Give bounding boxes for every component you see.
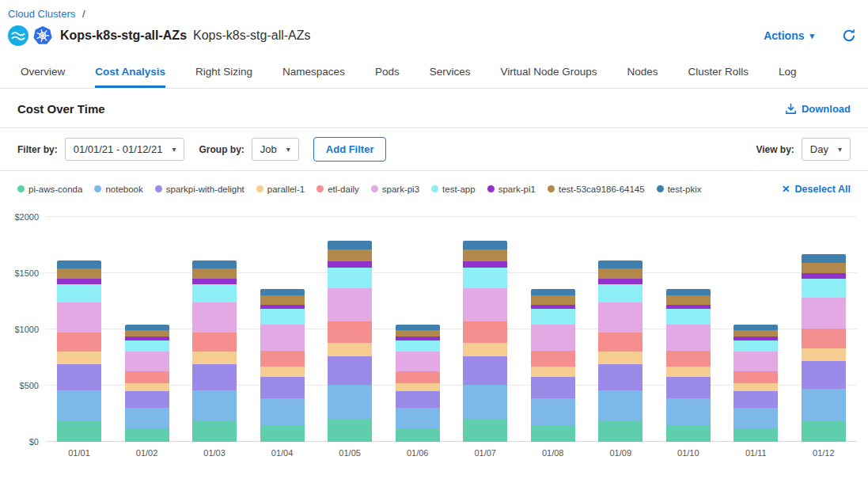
- bar-01-06[interactable]: [396, 217, 440, 442]
- bar-segment-pi-aws-conda[interactable]: [733, 428, 778, 442]
- bar-segment-pi-aws-conda[interactable]: [396, 428, 440, 442]
- bar-segment-etl-daily[interactable]: [733, 371, 778, 384]
- legend-item-spark-pi1[interactable]: spark-pi1: [487, 184, 536, 194]
- bar-segment-notebook[interactable]: [57, 390, 101, 422]
- tab-services[interactable]: Services: [430, 56, 471, 88]
- bar-segment-sparkpi-with-delight[interactable]: [463, 356, 507, 385]
- tab-log[interactable]: Log: [779, 56, 797, 88]
- legend-item-parallel-1[interactable]: parallel-1: [256, 184, 305, 194]
- refresh-icon[interactable]: [841, 28, 857, 44]
- bar-segment-test-app[interactable]: [598, 284, 642, 302]
- view-by-select[interactable]: Day ▾: [802, 138, 851, 161]
- add-filter-button[interactable]: Add Filter: [313, 137, 387, 162]
- bar-segment-spark-pi1[interactable]: [328, 261, 372, 268]
- bar-segment-test-app[interactable]: [125, 340, 169, 352]
- bar-segment-test-53ca9186-64145[interactable]: [125, 330, 169, 337]
- bar-segment-test-pkix[interactable]: [531, 289, 575, 296]
- bar-segment-spark-pi3[interactable]: [666, 325, 711, 351]
- bar-segment-test-53ca9186-64145[interactable]: [396, 330, 440, 337]
- group-by-select[interactable]: Job ▾: [252, 138, 299, 161]
- bar-01-04[interactable]: [260, 217, 305, 442]
- bar-segment-notebook[interactable]: [598, 390, 642, 422]
- bar-segment-etl-daily[interactable]: [531, 351, 575, 367]
- bar-segment-pi-aws-conda[interactable]: [802, 421, 846, 442]
- bar-segment-sparkpi-with-delight[interactable]: [396, 391, 440, 408]
- bar-segment-etl-daily[interactable]: [192, 333, 237, 352]
- bar-segment-spark-pi3[interactable]: [57, 302, 101, 333]
- bar-segment-test-53ca9186-64145[interactable]: [328, 249, 372, 261]
- bar-segment-notebook[interactable]: [125, 408, 169, 428]
- legend-item-pi-aws-conda[interactable]: pi-aws-conda: [17, 184, 82, 194]
- bar-segment-notebook[interactable]: [328, 385, 372, 420]
- bar-segment-spark-pi1[interactable]: [802, 273, 846, 279]
- bar-segment-parallel-1[interactable]: [328, 343, 372, 356]
- bar-segment-etl-daily[interactable]: [463, 321, 507, 343]
- bar-segment-test-app[interactable]: [666, 309, 711, 325]
- bar-segment-spark-pi1[interactable]: [192, 279, 237, 284]
- bar-segment-sparkpi-with-delight[interactable]: [733, 391, 778, 408]
- legend-item-test-app[interactable]: test-app: [431, 184, 476, 194]
- bar-segment-etl-daily[interactable]: [57, 333, 101, 352]
- bar-segment-test-53ca9186-64145[interactable]: [57, 268, 101, 279]
- bar-segment-spark-pi3[interactable]: [531, 325, 575, 351]
- bar-segment-notebook[interactable]: [531, 398, 575, 425]
- bar-01-03[interactable]: [192, 217, 237, 442]
- tab-namespaces[interactable]: Namespaces: [282, 56, 345, 88]
- download-button[interactable]: Download: [785, 103, 851, 115]
- tab-virtual-node-groups[interactable]: Virtual Node Groups: [500, 56, 597, 88]
- bar-segment-etl-daily[interactable]: [802, 329, 846, 348]
- bar-segment-pi-aws-conda[interactable]: [666, 425, 711, 442]
- bar-segment-test-app[interactable]: [328, 268, 372, 288]
- bar-segment-test-app[interactable]: [396, 340, 440, 352]
- bar-segment-spark-pi3[interactable]: [125, 352, 169, 371]
- bar-segment-parallel-1[interactable]: [260, 367, 305, 377]
- bar-segment-spark-pi1[interactable]: [57, 279, 101, 284]
- bar-segment-pi-aws-conda[interactable]: [531, 425, 575, 442]
- bar-01-12[interactable]: [802, 217, 846, 442]
- bar-segment-pi-aws-conda[interactable]: [57, 421, 101, 442]
- bar-segment-sparkpi-with-delight[interactable]: [802, 361, 846, 388]
- bar-segment-test-53ca9186-64145[interactable]: [463, 249, 507, 261]
- bar-segment-test-53ca9186-64145[interactable]: [598, 268, 642, 279]
- bar-segment-test-app[interactable]: [192, 284, 237, 302]
- legend-item-spark-pi3[interactable]: spark-pi3: [371, 184, 419, 194]
- tab-cost-analysis[interactable]: Cost Analysis: [95, 56, 165, 88]
- bar-segment-test-53ca9186-64145[interactable]: [260, 295, 305, 304]
- bar-01-02[interactable]: [125, 217, 169, 442]
- bar-segment-parallel-1[interactable]: [192, 352, 237, 364]
- tab-right-sizing[interactable]: Right Sizing: [195, 56, 252, 88]
- bar-segment-notebook[interactable]: [396, 408, 440, 428]
- bar-01-09[interactable]: [598, 217, 642, 442]
- bar-segment-sparkpi-with-delight[interactable]: [598, 364, 642, 390]
- bar-01-07[interactable]: [463, 217, 507, 442]
- bar-segment-pi-aws-conda[interactable]: [192, 421, 237, 442]
- bar-segment-notebook[interactable]: [192, 390, 237, 422]
- bar-segment-pi-aws-conda[interactable]: [328, 420, 372, 442]
- bar-segment-parallel-1[interactable]: [396, 383, 440, 391]
- legend-item-etl-daily[interactable]: etl-daily: [316, 184, 359, 194]
- bar-segment-parallel-1[interactable]: [598, 352, 642, 364]
- tab-nodes[interactable]: Nodes: [627, 56, 658, 88]
- bar-segment-test-app[interactable]: [802, 279, 846, 297]
- bar-segment-parallel-1[interactable]: [125, 383, 169, 391]
- bar-segment-test-pkix[interactable]: [328, 241, 372, 249]
- bar-segment-test-53ca9186-64145[interactable]: [531, 295, 575, 304]
- bar-segment-test-53ca9186-64145[interactable]: [733, 330, 778, 337]
- bar-segment-etl-daily[interactable]: [260, 351, 305, 367]
- bar-segment-parallel-1[interactable]: [802, 348, 846, 361]
- bar-segment-etl-daily[interactable]: [328, 321, 372, 343]
- bar-segment-test-pkix[interactable]: [598, 261, 642, 268]
- breadcrumb-link-cloud-clusters[interactable]: Cloud Clusters: [8, 8, 75, 20]
- bar-segment-spark-pi3[interactable]: [328, 288, 372, 322]
- bar-segment-sparkpi-with-delight[interactable]: [328, 356, 372, 385]
- bar-segment-test-pkix[interactable]: [802, 254, 846, 263]
- date-range-select[interactable]: 01/01/21 - 01/12/21 ▾: [65, 138, 185, 161]
- bar-segment-test-pkix[interactable]: [57, 261, 101, 268]
- bar-segment-spark-pi3[interactable]: [396, 352, 440, 371]
- bar-segment-test-53ca9186-64145[interactable]: [802, 263, 846, 273]
- bar-segment-test-app[interactable]: [57, 284, 101, 302]
- bar-segment-spark-pi3[interactable]: [598, 302, 642, 333]
- tab-overview[interactable]: Overview: [21, 56, 65, 88]
- bar-segment-sparkpi-with-delight[interactable]: [666, 377, 711, 398]
- bar-segment-notebook[interactable]: [666, 398, 711, 425]
